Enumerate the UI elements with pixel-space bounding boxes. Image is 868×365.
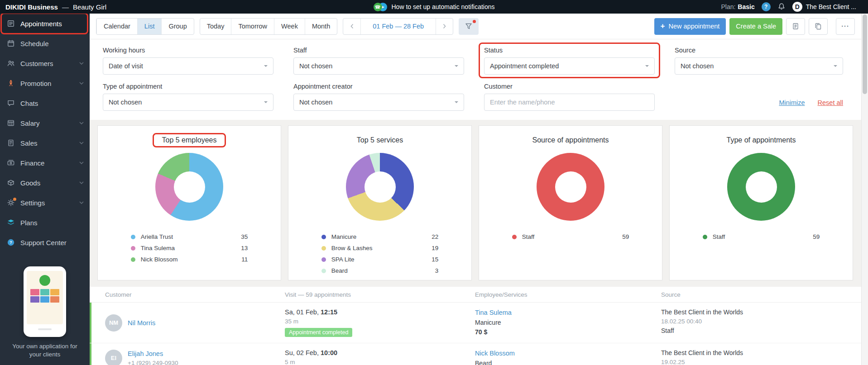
notification-channels-icon: ☎ ➤: [373, 3, 387, 11]
visit-duration: 35 m: [285, 318, 475, 325]
creator-select[interactable]: Not chosen: [293, 94, 464, 111]
status-badge: Appointment completed: [285, 328, 352, 337]
col-source: Source: [661, 291, 861, 298]
legend-item[interactable]: Staff59: [512, 231, 629, 242]
prev-period-button[interactable]: [343, 19, 360, 34]
sidebar-label: Salary: [20, 119, 40, 127]
legend-item[interactable]: Brow & Lashes19: [321, 242, 439, 254]
settings-notification-dot: [13, 198, 16, 201]
chevron-down-icon: [79, 82, 84, 85]
more-options-button[interactable]: ···: [836, 18, 855, 35]
type-select[interactable]: Not chosen: [103, 94, 273, 111]
finance-banknote-icon: [6, 159, 15, 167]
sidebar-label: Plans: [20, 219, 38, 227]
range-today[interactable]: Today: [200, 19, 231, 34]
legend-dot: [131, 235, 135, 239]
sidebar-item-support-center[interactable]: ? Support Center: [0, 232, 90, 252]
sidebar-item-plans[interactable]: Plans: [0, 213, 90, 232]
sidebar-item-sales[interactable]: Sales: [0, 133, 90, 153]
visit-cell: Su, 02 Feb, 10:00 5 m: [285, 349, 475, 365]
sidebar-label: Customers: [20, 60, 53, 67]
table-row[interactable]: NM Nil Morris Sa, 01 Feb, 12:15 35 m App…: [90, 303, 861, 343]
tab-group[interactable]: Group: [161, 19, 193, 34]
legend-item[interactable]: Beard3: [321, 265, 439, 276]
sidebar-item-schedule[interactable]: Schedule: [0, 33, 90, 53]
filter-button[interactable]: [459, 18, 479, 35]
chevron-down-icon: [79, 122, 84, 124]
sidebar-item-salary[interactable]: Salary: [0, 113, 90, 133]
chevron-down-icon: [79, 161, 84, 164]
range-tomorrow[interactable]: Tomorrow: [231, 19, 274, 34]
tab-list[interactable]: List: [137, 19, 162, 34]
topbar-right: Plan:Basic ? D The Best Client ...: [721, 2, 868, 12]
next-period-button[interactable]: [436, 19, 453, 34]
account-menu[interactable]: D The Best Client ...: [792, 2, 856, 12]
customer-search-input[interactable]: [484, 94, 655, 111]
customer-cell: NM Nil Morris: [105, 308, 285, 337]
help-icon[interactable]: ?: [762, 2, 771, 11]
range-month[interactable]: Month: [305, 19, 337, 34]
range-week[interactable]: Week: [274, 19, 305, 34]
bell-icon[interactable]: [777, 3, 786, 11]
chevron-down-icon: [79, 201, 84, 204]
legend-item[interactable]: Ariella Trust35: [131, 231, 248, 242]
topbar-notice[interactable]: ☎ ➤ How to set up automatic notification…: [373, 3, 494, 11]
legend-item[interactable]: Tina Sulema13: [131, 242, 248, 254]
chart-legend: Manicure22 Brow & Lashes19 SPA Lite15 Be…: [321, 231, 439, 276]
sidebar-label: Goods: [20, 179, 40, 187]
sidebar-item-goods[interactable]: Goods: [0, 173, 90, 193]
legend-item[interactable]: Staff59: [703, 231, 820, 242]
customer-link[interactable]: Nil Morris: [128, 319, 155, 327]
new-appointment-button[interactable]: + New appointment: [654, 18, 726, 35]
working-hours-select[interactable]: Date of visit: [103, 57, 273, 75]
status-select[interactable]: Appointment completed: [484, 57, 655, 75]
legend-item[interactable]: Nick Blossom11: [131, 254, 248, 265]
gear-icon: [6, 199, 15, 207]
sidebar-item-finance[interactable]: Finance: [0, 153, 90, 173]
reset-all-link[interactable]: Reset all: [818, 99, 843, 106]
sidebar-item-settings[interactable]: Settings: [0, 193, 90, 213]
vertical-scrollbar[interactable]: [861, 14, 868, 365]
sidebar-item-chats[interactable]: Chats: [0, 93, 90, 113]
sidebar-item-customers[interactable]: Customers: [0, 53, 90, 73]
notice-text[interactable]: How to set up automatic notifications: [391, 3, 494, 10]
minimize-link[interactable]: Minimize: [779, 99, 805, 106]
filter-creator: Appointment creator Not chosen: [293, 83, 464, 111]
chevron-down-icon: [79, 62, 84, 65]
copy-documents-button[interactable]: [809, 18, 828, 35]
legend-item[interactable]: Manicure22: [321, 231, 439, 242]
tab-calendar[interactable]: Calendar: [96, 19, 137, 34]
appointments-table: Customer Visit — 59 appointments Employe…: [90, 287, 861, 365]
filter-type: Type of appointment Not chosen: [103, 83, 273, 111]
filter-links: Minimize Reset all: [675, 83, 843, 111]
customer-link[interactable]: Elijah Jones: [128, 350, 163, 357]
legend-item[interactable]: SPA Lite15: [321, 254, 439, 265]
chevron-down-icon: [79, 181, 84, 184]
service-name: Manicure: [475, 319, 661, 326]
donut-chart-type: [727, 153, 795, 221]
chart-legend: Staff59: [512, 231, 629, 242]
donut-chart-source: [537, 153, 604, 221]
legend-dot: [512, 235, 517, 239]
donut-chart-services: [346, 153, 414, 221]
table-header: Customer Visit — 59 appointments Employe…: [90, 287, 861, 303]
table-row[interactable]: El Elijah Jones +1 (929) 249-0930 Su, 02…: [90, 343, 861, 365]
employee-link[interactable]: Tina Sulema: [475, 309, 512, 316]
journal-button[interactable]: [786, 18, 805, 35]
sales-receipt-icon: [6, 139, 15, 147]
sidebar-item-appointments[interactable]: Appointments: [0, 14, 90, 33]
create-sale-button[interactable]: Create a Sale: [729, 18, 782, 35]
chart-card-source: Source of appointments Staff59: [479, 125, 662, 280]
brand-separator: —: [62, 3, 69, 11]
scrollbar-thumb[interactable]: [863, 14, 867, 94]
source-select[interactable]: Not chosen: [675, 57, 843, 75]
date-range-label[interactable]: 01 Feb — 28 Feb: [360, 19, 436, 34]
chart-card-top-services: Top 5 services Manicure22 Brow & Lashes1…: [288, 125, 472, 280]
staff-select[interactable]: Not chosen: [293, 57, 464, 75]
phone-home-bar: [38, 328, 52, 330]
sidebar-item-promotion[interactable]: Promotion: [0, 73, 90, 93]
employee-link[interactable]: Nick Blossom: [475, 350, 515, 357]
schedule-icon: [6, 39, 15, 47]
app-screenshot-collage: [30, 289, 59, 303]
legend-dot: [321, 246, 326, 251]
